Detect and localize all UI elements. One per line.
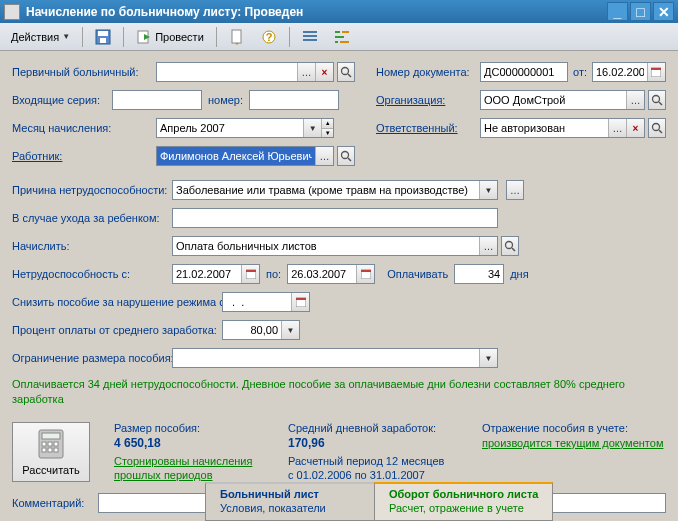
limit-field[interactable]: ▼ bbox=[172, 348, 498, 368]
resp-field[interactable]: … × bbox=[480, 118, 645, 138]
window-title: Начисление по больничному листу: Проведе… bbox=[26, 5, 605, 19]
dropdown-button[interactable]: ▼ bbox=[479, 181, 497, 199]
toolbar-list-button[interactable] bbox=[295, 26, 325, 48]
docnum-field[interactable] bbox=[480, 62, 568, 82]
child-input[interactable] bbox=[173, 209, 497, 227]
tab2-title: Оборот больничного листа bbox=[389, 488, 538, 500]
lookup-button[interactable] bbox=[648, 90, 666, 110]
org-field[interactable]: … bbox=[480, 90, 645, 110]
reason-label: Причина нетрудоспособности: bbox=[12, 184, 172, 196]
month-field[interactable]: ▼ ▲▼ bbox=[156, 118, 334, 138]
svg-point-21 bbox=[653, 96, 660, 103]
close-button[interactable]: ✕ bbox=[653, 2, 674, 21]
primary-field[interactable]: … × bbox=[156, 62, 334, 82]
svg-rect-1 bbox=[98, 31, 108, 36]
maximize-button[interactable]: □ bbox=[630, 2, 651, 21]
reason-input[interactable] bbox=[173, 181, 479, 199]
worker-label[interactable]: Работник: bbox=[12, 150, 156, 162]
magnify-icon bbox=[651, 122, 663, 134]
paydays-input[interactable] bbox=[455, 265, 503, 283]
lookup-button[interactable] bbox=[501, 236, 519, 256]
worker-input[interactable] bbox=[157, 147, 315, 165]
reduce-field[interactable] bbox=[222, 292, 310, 312]
limit-label: Ограничение размера пособия: bbox=[12, 352, 172, 364]
lookup-button[interactable] bbox=[337, 146, 355, 166]
storno-link[interactable]: Сторнированы начисления прошлых периодов bbox=[114, 454, 264, 483]
acct-label: Отражение пособия в учете: bbox=[482, 422, 666, 434]
resp-label[interactable]: Ответственный: bbox=[376, 122, 480, 134]
spin-up[interactable]: ▲ bbox=[322, 119, 333, 129]
reduce-label: Снизить пособие за нарушение режима с: bbox=[12, 296, 222, 308]
provesti-button[interactable]: Провести bbox=[129, 26, 211, 48]
limit-input[interactable] bbox=[173, 349, 479, 367]
acct-link[interactable]: производится текущим документом bbox=[482, 436, 666, 450]
date-field[interactable] bbox=[592, 62, 666, 82]
worker-field[interactable]: … bbox=[156, 146, 334, 166]
date-label: от: bbox=[573, 66, 587, 78]
ellipsis-button[interactable]: … bbox=[608, 119, 626, 137]
percent-input[interactable] bbox=[223, 321, 281, 339]
avg-value: 170,96 bbox=[288, 436, 458, 450]
ellipsis-button[interactable]: … bbox=[479, 237, 497, 255]
calculate-button[interactable]: Рассчитать bbox=[12, 422, 90, 482]
ellipsis-button[interactable]: … bbox=[506, 180, 524, 200]
ellipsis-button[interactable]: … bbox=[297, 63, 315, 81]
reduce-input[interactable] bbox=[223, 293, 291, 311]
percent-label: Процент оплаты от среднего заработка: bbox=[12, 324, 222, 336]
reason-field[interactable]: ▼ bbox=[172, 180, 498, 200]
svg-rect-28 bbox=[246, 270, 256, 272]
accrue-input[interactable] bbox=[173, 237, 479, 255]
toolbar-settings-button[interactable] bbox=[327, 26, 357, 48]
tab-turnover[interactable]: Оборот больничного листа Расчет, отражен… bbox=[374, 482, 553, 521]
clear-button[interactable]: × bbox=[315, 63, 333, 81]
dropdown-button[interactable]: ▼ bbox=[281, 321, 299, 339]
ellipsis-button[interactable]: … bbox=[315, 147, 333, 165]
magnify-icon bbox=[340, 66, 352, 78]
from-input[interactable] bbox=[173, 265, 241, 283]
series-field[interactable] bbox=[112, 90, 202, 110]
org-label[interactable]: Организация: bbox=[376, 94, 480, 106]
to-field[interactable] bbox=[287, 264, 375, 284]
calendar-button[interactable] bbox=[356, 265, 374, 283]
toolbar-doc-button[interactable] bbox=[222, 26, 252, 48]
calendar-button[interactable] bbox=[291, 293, 309, 311]
to-input[interactable] bbox=[288, 265, 356, 283]
spin-down[interactable]: ▼ bbox=[322, 129, 333, 138]
ellipsis-button[interactable]: … bbox=[626, 91, 644, 109]
lookup-button[interactable] bbox=[337, 62, 355, 82]
actions-menu[interactable]: Действия▼ bbox=[4, 26, 77, 48]
accrue-field[interactable]: … bbox=[172, 236, 498, 256]
calendar-button[interactable] bbox=[647, 63, 665, 81]
child-field[interactable] bbox=[172, 208, 498, 228]
paydays-field[interactable] bbox=[454, 264, 504, 284]
resp-input[interactable] bbox=[481, 119, 608, 137]
dropdown-button[interactable]: ▼ bbox=[303, 119, 321, 137]
lookup-button[interactable] bbox=[648, 118, 666, 138]
clear-button[interactable]: × bbox=[626, 119, 644, 137]
docnum-input[interactable] bbox=[481, 63, 567, 81]
series-input[interactable] bbox=[113, 91, 201, 109]
month-spinner[interactable]: ▲▼ bbox=[321, 119, 333, 137]
from-field[interactable] bbox=[172, 264, 260, 284]
calendar-button[interactable] bbox=[241, 265, 259, 283]
date-input[interactable] bbox=[593, 63, 647, 81]
child-label: В случае ухода за ребенком: bbox=[12, 212, 172, 224]
number-input[interactable] bbox=[250, 91, 338, 109]
dropdown-button[interactable]: ▼ bbox=[479, 349, 497, 367]
percent-field[interactable]: ▼ bbox=[222, 320, 300, 340]
number-field[interactable] bbox=[249, 90, 339, 110]
size-value: 4 650,18 bbox=[114, 436, 264, 450]
primary-input[interactable] bbox=[157, 63, 297, 81]
svg-line-26 bbox=[512, 248, 515, 251]
org-input[interactable] bbox=[481, 91, 626, 109]
pay-label: Оплачивать bbox=[387, 268, 448, 280]
toolbar-help-button[interactable]: ? bbox=[254, 26, 284, 48]
toolbar-save-button[interactable] bbox=[88, 26, 118, 48]
svg-rect-37 bbox=[54, 442, 58, 446]
month-input[interactable] bbox=[157, 119, 303, 137]
avg-sub2: с 01.02.2006 по 31.01.2007 bbox=[288, 468, 458, 482]
svg-point-23 bbox=[653, 124, 660, 131]
svg-rect-38 bbox=[42, 448, 46, 452]
tab-sick-leave[interactable]: Больничный лист Условия, показатели bbox=[205, 482, 375, 521]
minimize-button[interactable]: _ bbox=[607, 2, 628, 21]
